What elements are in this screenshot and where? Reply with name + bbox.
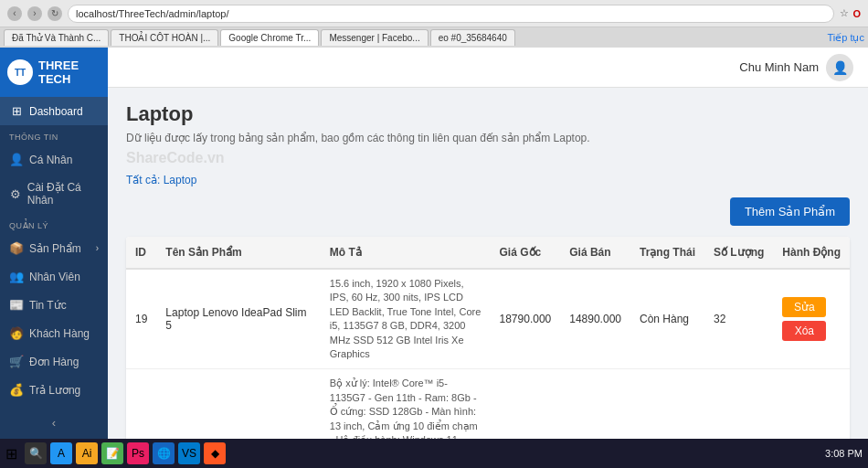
cell-name: Laptop Lenovo IdeaPad Slim 5 <box>156 269 320 369</box>
main-content: Laptop Dữ liệu được lấy trong bảng sản p… <box>108 88 868 439</box>
breadcrumb[interactable]: Tất cả: Laptop <box>126 174 850 186</box>
sidebar-label-don-hang: Đơn Hàng <box>29 356 79 368</box>
sidebar-item-san-pham[interactable]: 📦 Sản Phẩm › <box>0 234 108 262</box>
cell-sale-price: 14890.000 <box>560 269 630 369</box>
taskbar-icon-3[interactable]: 📝 <box>101 442 123 464</box>
cell-action: Sửa Xóa <box>773 269 850 369</box>
ca-nhan-icon: 👤 <box>9 153 24 166</box>
back-button[interactable]: ‹ <box>7 6 22 21</box>
dashboard-icon: ⊞ <box>9 104 24 118</box>
sidebar-label-san-pham: Sản Phẩm <box>29 242 81 255</box>
taskbar: ⊞ 🔍 A Ai 📝 Ps 🌐 VS ◆ 3:08 PM <box>0 439 868 468</box>
delete-button-19[interactable]: Xóa <box>782 321 826 341</box>
taskbar-browser-icon[interactable]: 🌐 <box>153 442 175 464</box>
url-bar[interactable] <box>68 5 834 23</box>
don-hang-icon: 🛒 <box>9 355 24 368</box>
section-label-thongtin: THÔNG TIN <box>0 125 108 145</box>
user-name: Chu Minh Nam <box>739 60 819 74</box>
sidebar-item-khach-hang[interactable]: 🧑 Khách Hàng <box>0 319 108 347</box>
col-desc: Mô Tả <box>321 237 491 269</box>
cell-action: Sửa Xóa <box>773 369 850 439</box>
tabs-bar: Đã Thử Và Thành C... THOẢI CÔT HOÀN |...… <box>0 27 868 48</box>
browser-chrome: ‹ › ↻ ☆ O <box>0 0 868 27</box>
sidebar-item-don-hang[interactable]: 🛒 Đơn Hàng <box>0 347 108 376</box>
sidebar-item-tra-luong[interactable]: 💰 Trả Lương <box>0 376 108 404</box>
logo-text: THREE TECH <box>38 58 101 86</box>
forward-button[interactable]: › <box>27 6 42 21</box>
col-sale-price: Giá Bán <box>560 237 630 269</box>
browser-icons: ☆ O <box>840 7 861 19</box>
taskbar-search-icon[interactable]: 🔍 <box>25 442 47 464</box>
add-product-button[interactable]: Thêm Sản Phẩm <box>730 197 850 226</box>
user-info: Chu Minh Nam 👤 <box>739 54 853 81</box>
san-pham-icon: 📦 <box>9 241 24 255</box>
taskbar-icon-4[interactable]: Ps <box>127 442 149 464</box>
avatar: 👤 <box>826 54 853 81</box>
sidebar-item-tin-tuc[interactable]: 📰 Tin Tức <box>0 291 108 319</box>
sidebar-item-ca-nhan[interactable]: 👤 Cá Nhân <box>0 145 108 174</box>
sidebar: TT THREE TECH ⊞ Dashboard THÔNG TIN 👤 Cá… <box>0 48 108 439</box>
tab-5[interactable]: eo #0_35684640 <box>430 29 515 46</box>
sidebar-label-ca-nhan: Cá Nhân <box>29 154 72 166</box>
opera-icon: O <box>852 8 861 19</box>
watermark-text: ShareCode.vn <box>126 150 850 166</box>
sidebar-label-nhan-vien: Nhân Viên <box>29 271 80 283</box>
sidebar-label-tra-luong: Trả Lương <box>29 384 80 397</box>
table-row: 22 Surface Pro 8 Core i5 / 8GB / 128GB B… <box>126 369 850 439</box>
taskbar-code-icon[interactable]: VS <box>178 442 200 464</box>
col-status: Trạng Thái <box>630 237 704 269</box>
tab-2[interactable]: THOẢI CÔT HOÀN |... <box>111 29 218 46</box>
product-table-container: ID Tên Sản Phẩm Mô Tả Giá Gốc Giá Bán Tr… <box>126 237 850 439</box>
table-header-row: ID Tên Sản Phẩm Mô Tả Giá Gốc Giá Bán Tr… <box>126 237 850 269</box>
col-action: Hành Động <box>773 237 850 269</box>
tab-3[interactable]: Google Chrome Tr... <box>220 29 319 46</box>
cell-quantity: 32 <box>704 269 773 369</box>
sidebar-label-khach-hang: Khách Hàng <box>29 327 90 340</box>
cell-name: Surface Pro 8 Core i5 / 8GB / 128GB <box>156 369 320 439</box>
page-description: Dữ liệu được lấy trong bảng sản phẩm, ba… <box>126 132 850 144</box>
sidebar-label-cai-dat: Cài Đặt Cá Nhân <box>27 181 99 207</box>
start-button[interactable]: ⊞ <box>5 445 17 463</box>
tab-1[interactable]: Đã Thử Và Thành C... <box>4 29 109 46</box>
content-wrapper: Chu Minh Nam 👤 Laptop Dữ liệu được lấy t… <box>108 48 868 439</box>
cell-status: Còn Hàng <box>630 269 704 369</box>
col-quantity: Số Lượng <box>704 237 773 269</box>
cell-desc: 15.6 inch, 1920 x 1080 Pixels, IPS, 60 H… <box>321 269 491 369</box>
continue-label[interactable]: Tiếp tục <box>828 32 865 44</box>
san-pham-arrow-icon: › <box>96 243 99 253</box>
khach-hang-icon: 🧑 <box>9 326 24 340</box>
table-row: 19 Laptop Lenovo IdeaPad Slim 5 15.6 inc… <box>126 269 850 369</box>
cell-status: Còn Hàng <box>630 369 704 439</box>
sidebar-item-cai-dat-ca-nhan[interactable]: ⚙ Cài Đặt Cá Nhân <box>0 174 108 214</box>
col-original-price: Giá Gốc <box>491 237 561 269</box>
cai-dat-icon: ⚙ <box>9 187 22 201</box>
sidebar-item-nhan-vien[interactable]: 👥 Nhân Viên <box>0 262 108 291</box>
cell-sale-price: 24990.000 <box>560 369 630 439</box>
taskbar-time: 3:08 PM <box>825 448 863 459</box>
sidebar-logo: TT THREE TECH <box>0 48 108 97</box>
tin-tuc-icon: 📰 <box>9 298 24 312</box>
taskbar-icon-5[interactable]: ◆ <box>204 442 226 464</box>
top-bar: Chu Minh Nam 👤 <box>108 48 868 88</box>
refresh-button[interactable]: ↻ <box>48 6 62 21</box>
col-id: ID <box>126 237 156 269</box>
dashboard-label: Dashboard <box>29 105 83 118</box>
taskbar-icon-2[interactable]: Ai <box>76 442 98 464</box>
sidebar-item-dashboard[interactable]: ⊞ Dashboard <box>0 97 108 125</box>
cell-original-price: 35990.000 <box>491 369 561 439</box>
sidebar-label-tin-tuc: Tin Tức <box>29 299 67 312</box>
col-name: Tên Sản Phẩm <box>156 237 320 269</box>
cell-id: 22 <box>126 369 156 439</box>
star-icon[interactable]: ☆ <box>840 7 849 19</box>
cell-id: 19 <box>126 269 156 369</box>
logo-icon: TT <box>7 59 33 85</box>
edit-button-19[interactable]: Sửa <box>782 297 826 317</box>
sidebar-toggle-button[interactable]: ‹ <box>0 407 108 439</box>
actions-bar: Thêm Sản Phẩm <box>126 197 850 226</box>
section-label-quanly: QUẢN LÝ <box>0 214 108 234</box>
cell-quantity: 50 <box>704 369 773 439</box>
cell-original-price: 18790.000 <box>491 269 561 369</box>
tab-4[interactable]: Messenger | Facebo... <box>321 29 428 46</box>
taskbar-icon-1[interactable]: A <box>50 442 72 464</box>
page-title: Laptop <box>126 102 850 126</box>
